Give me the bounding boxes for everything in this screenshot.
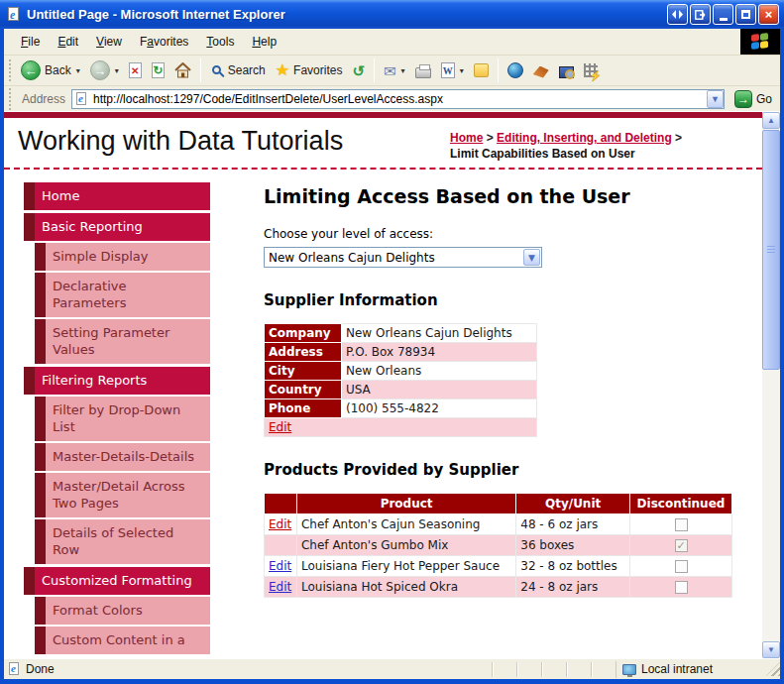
toolbar-separator [374, 58, 375, 82]
sidebar-item-declarative-parameters[interactable]: Declarative Parameters [35, 273, 210, 317]
discontinued-checkbox[interactable]: ✓ [675, 581, 688, 594]
search-button[interactable]: Search [205, 61, 271, 79]
stop-button[interactable]: ✕ [124, 60, 147, 80]
supplier-row-value: (100) 555-4822 [342, 399, 537, 418]
refresh-button[interactable]: ↻ [147, 60, 169, 80]
product-edit-link[interactable]: Edit [269, 580, 291, 594]
scrollbar-track[interactable] [762, 129, 780, 641]
edit-with-word-button[interactable]: W ▾ [436, 60, 469, 80]
edit-dropdown-icon[interactable]: ▾ [460, 66, 464, 75]
select-dropdown-icon[interactable]: ▼ [523, 249, 540, 266]
back-button[interactable]: ← Back ▾ [16, 58, 85, 82]
close-button[interactable]: × [758, 4, 779, 25]
messenger-button[interactable] [469, 61, 494, 79]
forward-button[interactable]: → ▾ [85, 58, 124, 82]
breadcrumb-section-link[interactable]: Editing, Inserting, and Deleting [497, 131, 672, 145]
address-input[interactable]: e http://localhost:1297/Code/EditInsertD… [71, 89, 725, 109]
standard-toolbar: ← Back ▾ → ▾ ✕ ↻ Search ★ Favorites ↺ [4, 56, 780, 86]
menu-favorites[interactable]: Favorites [131, 32, 197, 52]
product-name: Chef Anton's Cajun Seasoning [296, 514, 515, 535]
toolbar-grip[interactable] [9, 59, 13, 81]
mail-dropdown-icon[interactable]: ▾ [401, 66, 405, 75]
sidebar-item-customized-formatting[interactable]: Customized Formatting [24, 567, 210, 595]
product-name: Louisiana Hot Spiced Okra [296, 577, 515, 598]
scroll-down-button[interactable]: ▼ [762, 641, 780, 658]
resize-grip[interactable] [766, 662, 780, 676]
back-dropdown-icon[interactable]: ▾ [76, 66, 80, 75]
maximize-button[interactable] [735, 4, 756, 25]
sidebar-item-setting-parameter-values[interactable]: Setting Parameter Values [35, 319, 210, 364]
addon-button[interactable] [528, 61, 554, 80]
sidebar-item-master-details-details[interactable]: Master-Details-Details [35, 443, 210, 471]
scrollbar-thumb[interactable] [762, 130, 780, 370]
addressbar-grip[interactable] [9, 88, 13, 110]
forward-dropdown-icon[interactable]: ▾ [115, 66, 119, 75]
sidebar-item-basic-reporting[interactable]: Basic Reporting [24, 213, 210, 241]
products-table: Product Qty/Unit Discontinued Edit Chef … [264, 493, 732, 598]
address-dropdown-button[interactable]: ▼ [707, 90, 724, 108]
grid-tool-button[interactable] [579, 61, 603, 79]
nav-strip-icon [35, 273, 46, 317]
sidebar-item-home[interactable]: Home [24, 182, 210, 210]
supplier-row-label: Company [265, 324, 342, 343]
nav-strip-icon [35, 627, 46, 654]
column-header-product: Product [296, 494, 515, 514]
menu-view[interactable]: View [87, 32, 131, 52]
product-edit-link[interactable]: Edit [269, 517, 291, 531]
search-icon [212, 65, 221, 74]
nav-strip-icon [35, 473, 46, 517]
breadcrumb-separator: > [487, 131, 494, 145]
sidebar-item-filtering-reports[interactable]: Filtering Reports [24, 367, 210, 395]
minimize-button[interactable] [713, 4, 733, 25]
history-button[interactable]: ↺ [347, 61, 370, 80]
home-button[interactable] [169, 60, 196, 80]
sidebar-item-details-of-selected-row[interactable]: Details of Selected Row [35, 519, 210, 564]
menu-help[interactable]: Help [243, 32, 285, 52]
zone-text: Local intranet [641, 662, 713, 676]
stop-icon: ✕ [129, 62, 142, 78]
research-button[interactable] [503, 60, 528, 80]
access-level-select[interactable]: New Orleans Cajun Delights ▼ [264, 247, 542, 268]
page-title: Limiting Access Based on the User [264, 185, 754, 207]
note-icon [474, 63, 489, 77]
table-row: Company New Orleans Cajun Delights [265, 324, 537, 343]
sidebar-item-custom-content[interactable]: Custom Content in a [35, 627, 210, 654]
menu-file[interactable]: File [12, 32, 49, 52]
discontinued-checkbox[interactable]: ✓ [675, 518, 688, 531]
book-search-button[interactable] [554, 61, 579, 80]
favorites-button[interactable]: ★ Favorites [271, 60, 348, 80]
sidebar-item-master-detail-across-two-pages[interactable]: Master/Detail Across Two Pages [35, 473, 210, 517]
sidebar-item-simple-display[interactable]: Simple Display [35, 243, 210, 271]
scroll-up-button[interactable]: ▲ [762, 112, 780, 129]
product-name: Louisiana Fiery Hot Pepper Sauce [296, 556, 515, 577]
menu-edit[interactable]: Edit [49, 32, 87, 52]
supplier-edit-link[interactable]: Edit [269, 420, 291, 434]
product-edit-link[interactable]: Edit [269, 559, 291, 573]
status-pane [541, 662, 566, 677]
nav-strip-icon [35, 397, 46, 441]
products-section-heading: Products Provided by Supplier [264, 461, 754, 479]
product-qty: 48 - 6 oz jars [516, 514, 630, 535]
sidebar-item-filter-by-dropdown-list[interactable]: Filter by Drop-Down List [35, 397, 210, 441]
vertical-scrollbar[interactable]: ▲ ▼ [762, 112, 780, 658]
mail-icon: ✉ [384, 63, 396, 78]
search-label: Search [228, 63, 266, 77]
nav-square-icon [24, 213, 35, 241]
security-zone-pane: Local intranet [616, 661, 764, 678]
table-row: Phone (100) 555-4822 [265, 399, 537, 418]
print-button[interactable] [410, 61, 436, 80]
browser-window: e Untitled Page - Microsoft Internet Exp… [0, 0, 784, 684]
address-label: Address [16, 92, 71, 106]
breadcrumb-home-link[interactable]: Home [450, 131, 483, 145]
window-popout-button[interactable] [690, 4, 711, 25]
window-arrows-button[interactable] [667, 4, 688, 25]
table-row: Chef Anton's Gumbo Mix 36 boxes ✓ [265, 535, 732, 556]
go-button[interactable]: → Go [730, 89, 776, 109]
title-bar: e Untitled Page - Microsoft Internet Exp… [0, 0, 784, 29]
menu-tools[interactable]: Tools [197, 32, 243, 52]
window-bottom-border [0, 679, 784, 684]
sidebar-item-format-colors[interactable]: Format Colors [35, 597, 210, 625]
discontinued-checkbox[interactable]: ✓ [675, 560, 688, 573]
mail-button[interactable]: ✉ ▾ [379, 61, 410, 80]
discontinued-checkbox[interactable]: ✓ [675, 539, 688, 552]
